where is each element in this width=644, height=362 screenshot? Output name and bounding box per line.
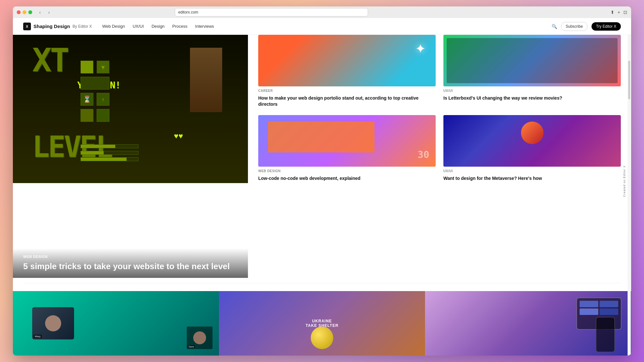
nav-uxui[interactable]: UX/UI: [133, 24, 144, 29]
article-category-4: UX/UI: [443, 169, 621, 173]
article-image-3: [258, 115, 436, 167]
left-panel: XT YOU WIN! LEVEL ▼ ⌛ ↑: [13, 35, 248, 278]
traffic-lights: [17, 10, 32, 14]
back-button[interactable]: ‹: [37, 9, 43, 15]
editor-x-badge: Created on Editor X: [621, 162, 627, 199]
nav-design[interactable]: Design: [152, 24, 165, 29]
bottom-thumb-2[interactable]: UKRAINE TAKE SHELTER: [219, 291, 425, 356]
sidebar-icon[interactable]: ⊡: [623, 10, 627, 15]
articles-grid: CAREER How to make your web design porto…: [258, 35, 621, 181]
nav-actions: 🔍 Subscribe Try Editor X: [552, 22, 621, 31]
nav-process[interactable]: Process: [172, 24, 187, 29]
subscribe-button[interactable]: Subscribe: [561, 22, 588, 31]
site-nav: X Shaping Design By Editor X Web Design …: [13, 18, 631, 35]
close-button[interactable]: [17, 10, 21, 14]
nav-web-design[interactable]: Web Design: [102, 24, 125, 29]
bottom-thumb-3[interactable]: [425, 291, 631, 356]
maximize-button[interactable]: [28, 10, 32, 14]
toolbar-right: ⬆ + ⊡: [611, 10, 627, 15]
logo-icon: X: [23, 23, 31, 30]
browser-scrollbar[interactable]: [628, 35, 631, 356]
bottom-thumbnails: Mary Dave: [13, 291, 631, 356]
nav-interviews[interactable]: Interviews: [195, 24, 214, 29]
scrollbar-handle[interactable]: [628, 61, 630, 99]
game-background: XT YOU WIN! LEVEL ▼ ⌛ ↑: [13, 35, 248, 183]
article-card-1[interactable]: CAREER How to make your web design porto…: [258, 35, 436, 107]
article-title-2: Is Letterboxd's UI changing the way we r…: [443, 95, 621, 101]
logo-symbol: X: [26, 24, 28, 28]
yellow-ball: [311, 327, 333, 349]
section-divider: [23, 283, 621, 283]
person1-label: Mary: [33, 335, 42, 338]
address-bar[interactable]: editorx.com: [175, 8, 368, 16]
article-category-3: WEB DESIGN: [258, 169, 436, 173]
forward-button[interactable]: ›: [46, 9, 52, 15]
article-category-2: UX/UI: [443, 89, 621, 93]
article-title-4: Want to design for the Metaverse? Here's…: [443, 175, 621, 181]
hero-article-overlay[interactable]: WEB DESIGN 5 simple tricks to take your …: [13, 248, 248, 278]
game-pixel-character: [190, 48, 222, 112]
share-icon[interactable]: ⬆: [611, 10, 614, 15]
logo-subtitle: By Editor X: [72, 24, 92, 29]
nav-links: Web Design UX/UI Design Process Intervie…: [102, 24, 551, 29]
browser-titlebar: ‹ › editorx.com ⬆ + ⊡: [13, 6, 631, 18]
url-text: editorx.com: [178, 10, 198, 15]
search-icon[interactable]: 🔍: [552, 24, 557, 29]
game-text-xt: XT: [32, 41, 68, 79]
new-tab-icon[interactable]: +: [618, 10, 620, 15]
person2-label: Dave: [188, 345, 195, 348]
hero-image: XT YOU WIN! LEVEL ▼ ⌛ ↑: [13, 35, 248, 183]
try-editor-x-button[interactable]: Try Editor X: [592, 22, 621, 31]
article-card-2[interactable]: UX/UI Is Letterboxd's UI changing the wa…: [443, 35, 621, 107]
hero-article-title: 5 simple tricks to take your website to …: [23, 261, 238, 272]
article-image-1: [258, 35, 436, 86]
browser-window: ‹ › editorx.com ⬆ + ⊡ X Shaping Design B…: [13, 6, 631, 356]
article-title-3: Low-code no-code web development, explai…: [258, 175, 436, 181]
article-category-1: CAREER: [258, 89, 436, 93]
article-image-4: [443, 115, 621, 167]
logo-name: Shaping Design: [33, 24, 70, 29]
right-panel: CAREER How to make your web design porto…: [248, 35, 631, 278]
site-logo[interactable]: X Shaping Design By Editor X: [23, 23, 92, 30]
article-card-3[interactable]: WEB DESIGN Low-code no-code web developm…: [258, 115, 436, 181]
minimize-button[interactable]: [23, 10, 26, 14]
content-area: XT YOU WIN! LEVEL ▼ ⌛ ↑: [13, 35, 631, 278]
bottom-thumb-1[interactable]: Mary Dave: [13, 291, 219, 356]
hero-article-category: WEB DESIGN: [23, 255, 238, 259]
article-title-1: How to make your web design portolio sta…: [258, 95, 436, 107]
ukraine-title: UKRAINE: [306, 319, 338, 323]
article-image-2: [443, 35, 621, 86]
site-content: XT YOU WIN! LEVEL ▼ ⌛ ↑: [13, 35, 631, 356]
video-overlay: Mary: [32, 307, 74, 339]
article-card-4[interactable]: UX/UI Want to design for the Metaverse? …: [443, 115, 621, 181]
